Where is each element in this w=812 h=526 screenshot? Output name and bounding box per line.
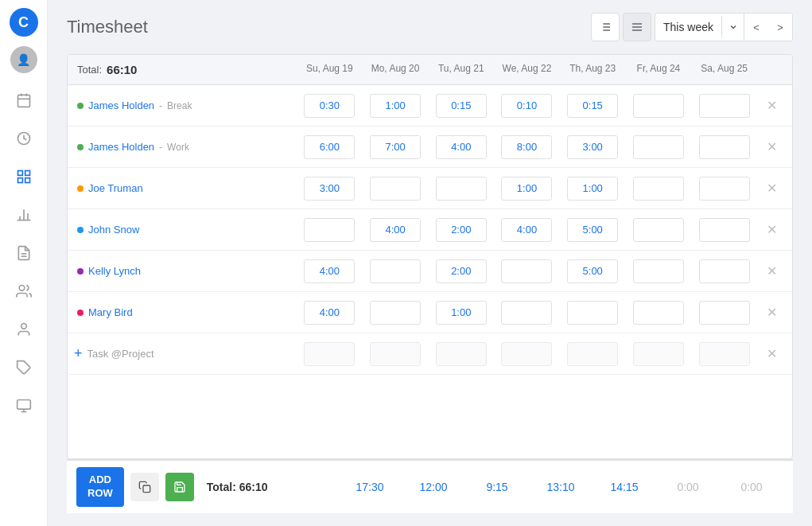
time-input-r5-c0[interactable] bbox=[304, 301, 355, 325]
delete-row-button[interactable]: ✕ bbox=[757, 98, 786, 113]
delete-row-button[interactable]: ✕ bbox=[757, 305, 786, 320]
add-task-row: + Task @Project ✕ bbox=[68, 333, 792, 375]
week-selector: This week < > bbox=[655, 13, 793, 41]
time-input-r1-c0[interactable] bbox=[304, 135, 355, 159]
time-input-r2-c4[interactable] bbox=[567, 177, 618, 201]
time-input-r1-c2[interactable] bbox=[436, 135, 487, 159]
time-input-r4-c4[interactable] bbox=[567, 259, 618, 283]
col-actions bbox=[757, 55, 786, 84]
row-time-cell-2 bbox=[428, 91, 494, 121]
table-row: James Holden - Break✕ bbox=[68, 85, 792, 127]
delete-row-button[interactable]: ✕ bbox=[757, 139, 786, 154]
time-input-r0-c6[interactable] bbox=[699, 94, 750, 118]
time-input-r4-c1[interactable] bbox=[370, 259, 421, 283]
svg-rect-0 bbox=[17, 95, 29, 107]
footer-sum-3: 13:10 bbox=[529, 476, 592, 498]
copy-button[interactable] bbox=[130, 473, 159, 501]
time-input-r0-c0[interactable] bbox=[304, 94, 355, 118]
row-time-cell-4 bbox=[560, 132, 626, 162]
svg-rect-30 bbox=[143, 485, 150, 493]
col-wed: We, Aug 22 bbox=[494, 55, 560, 84]
time-input-r3-c0[interactable] bbox=[304, 218, 355, 242]
time-input-r5-c4[interactable] bbox=[567, 301, 618, 325]
time-input-r1-c3[interactable] bbox=[501, 135, 552, 159]
time-input-r1-c4[interactable] bbox=[567, 135, 618, 159]
time-input-r4-c0[interactable] bbox=[304, 259, 355, 283]
sidebar-item-users[interactable] bbox=[6, 274, 41, 309]
row-time-cell-0 bbox=[297, 132, 363, 162]
footer-total: Total: 66:10 bbox=[207, 481, 268, 493]
sidebar-item-clock[interactable] bbox=[6, 121, 41, 156]
prev-week-button[interactable]: < bbox=[744, 14, 768, 41]
view-grid-button[interactable] bbox=[623, 13, 651, 41]
row-employee-name[interactable]: Mary Bird bbox=[88, 306, 133, 318]
time-input-r2-c3[interactable] bbox=[501, 177, 552, 201]
sidebar-item-calendar[interactable] bbox=[6, 83, 41, 118]
time-input-r5-c2[interactable] bbox=[436, 301, 487, 325]
week-label: This week bbox=[655, 16, 722, 38]
row-employee-name[interactable]: John Snow bbox=[88, 224, 139, 236]
time-input-r5-c3[interactable] bbox=[501, 301, 552, 325]
row-name-cell: James Holden - Work bbox=[74, 134, 297, 159]
sidebar-item-tag[interactable] bbox=[6, 350, 41, 385]
time-input-r0-c2[interactable] bbox=[436, 94, 487, 118]
sidebar-item-chart[interactable] bbox=[6, 197, 41, 232]
footer-sum-5: 0:00 bbox=[656, 476, 720, 498]
row-time-cell-1 bbox=[363, 215, 429, 245]
time-input-r4-c6[interactable] bbox=[699, 259, 750, 283]
add-row-button[interactable]: ADDROW bbox=[76, 467, 124, 507]
sidebar-item-user[interactable] bbox=[6, 312, 41, 347]
time-input-r4-c5[interactable] bbox=[633, 259, 684, 283]
add-time-4 bbox=[560, 339, 626, 369]
time-input-r5-c5[interactable] bbox=[633, 301, 684, 325]
week-dropdown-button[interactable] bbox=[722, 14, 744, 41]
time-input-r2-c1[interactable] bbox=[370, 177, 421, 201]
row-time-cell-5 bbox=[626, 298, 692, 328]
time-input-r3-c1[interactable] bbox=[370, 218, 421, 242]
row-time-cell-5 bbox=[626, 215, 692, 245]
time-input-r0-c3[interactable] bbox=[501, 94, 552, 118]
time-input-r2-c0[interactable] bbox=[304, 177, 355, 201]
time-input-r0-c4[interactable] bbox=[567, 94, 618, 118]
footer-sums: 17:3012:009:1513:1014:150:000:00 bbox=[274, 476, 783, 498]
time-input-r1-c6[interactable] bbox=[699, 135, 750, 159]
row-employee-name[interactable]: Kelly Lynch bbox=[88, 265, 141, 277]
time-input-r4-c2[interactable] bbox=[436, 259, 487, 283]
time-input-r1-c1[interactable] bbox=[370, 135, 421, 159]
delete-row-button[interactable]: ✕ bbox=[757, 181, 786, 196]
add-row-delete[interactable]: ✕ bbox=[757, 346, 786, 361]
save-button[interactable] bbox=[165, 473, 194, 501]
sidebar-item-grid[interactable] bbox=[6, 159, 41, 194]
time-input-r4-c3[interactable] bbox=[501, 259, 552, 283]
sidebar-item-monitor[interactable] bbox=[6, 388, 41, 423]
page-title: Timesheet bbox=[67, 17, 148, 37]
row-time-cell-5 bbox=[626, 91, 692, 121]
time-input-r2-c6[interactable] bbox=[699, 177, 750, 201]
time-input-r3-c6[interactable] bbox=[699, 218, 750, 242]
row-time-cell-5 bbox=[626, 256, 692, 286]
sidebar-item-document[interactable] bbox=[6, 236, 41, 271]
time-input-r2-c2[interactable] bbox=[436, 177, 487, 201]
next-week-button[interactable]: > bbox=[768, 14, 792, 41]
delete-row-button[interactable]: ✕ bbox=[757, 222, 786, 237]
view-list-button[interactable] bbox=[591, 13, 620, 41]
time-input-r0-c5[interactable] bbox=[633, 94, 684, 118]
time-input-r5-c6[interactable] bbox=[699, 301, 750, 325]
time-input-r3-c5[interactable] bbox=[633, 218, 684, 242]
time-input-r3-c4[interactable] bbox=[567, 218, 618, 242]
row-time-cell-6 bbox=[691, 132, 757, 162]
time-input-r2-c5[interactable] bbox=[633, 177, 684, 201]
add-task-button[interactable]: + Task @Project bbox=[74, 345, 297, 362]
col-mon: Mo, Aug 20 bbox=[363, 55, 429, 84]
time-input-r1-c5[interactable] bbox=[633, 135, 684, 159]
row-employee-name[interactable]: Joe Truman bbox=[88, 182, 143, 194]
avatar[interactable]: 👤 bbox=[10, 46, 37, 73]
time-input-r3-c2[interactable] bbox=[436, 218, 487, 242]
app-logo[interactable]: C bbox=[10, 8, 38, 37]
time-input-r0-c1[interactable] bbox=[370, 94, 421, 118]
delete-row-button[interactable]: ✕ bbox=[757, 263, 786, 279]
time-input-r3-c3[interactable] bbox=[501, 218, 552, 242]
row-employee-name[interactable]: James Holden bbox=[88, 141, 154, 153]
time-input-r5-c1[interactable] bbox=[370, 301, 421, 325]
row-employee-name[interactable]: James Holden bbox=[88, 99, 154, 111]
